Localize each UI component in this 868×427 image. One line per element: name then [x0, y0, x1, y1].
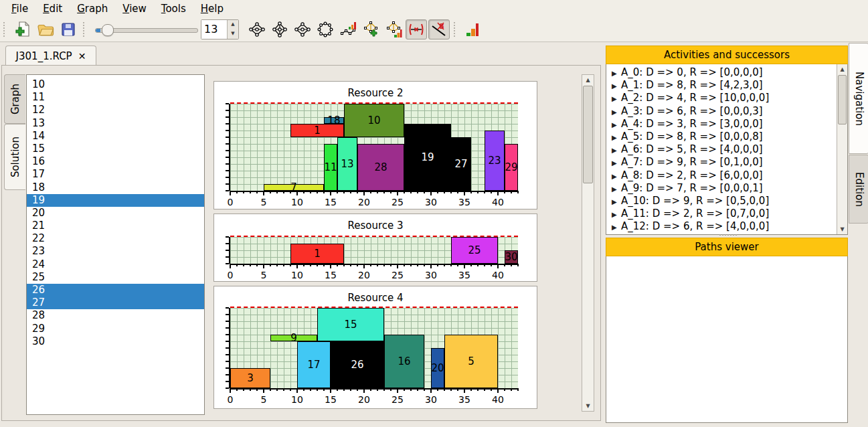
solution-list-item[interactable]: 15: [27, 143, 204, 155]
solution-list-item[interactable]: 12: [27, 104, 204, 116]
activity-block-10[interactable]: 10: [344, 104, 404, 137]
solution-list-item[interactable]: 29: [27, 323, 204, 335]
menu-file[interactable]: File: [4, 1, 35, 16]
spin-up-icon[interactable]: ▲: [228, 20, 238, 29]
solution-list-item[interactable]: 10: [27, 78, 204, 91]
activity-block-15[interactable]: 15: [317, 308, 384, 341]
graph-add-button[interactable]: [360, 19, 381, 39]
solution-list-item[interactable]: 27: [27, 296, 204, 309]
activity-block-27[interactable]: 27: [451, 137, 471, 191]
activity-block-9[interactable]: 9: [270, 335, 317, 341]
activity-row[interactable]: ▶A_7: D => 9, R => [0,1,0,0]: [606, 156, 847, 169]
graph-diamond-button[interactable]: [269, 19, 290, 39]
activity-block-7[interactable]: 7: [264, 184, 324, 191]
menu-tools[interactable]: Tools: [154, 1, 193, 16]
activity-row[interactable]: ▶A_11: D => 2, R => [0,7,0,0]: [606, 207, 847, 220]
activity-block-30[interactable]: 30: [505, 250, 518, 264]
tab-navigation[interactable]: Navigation: [849, 43, 868, 154]
activity-row[interactable]: ▶A_12: D => 6, R => [4,0,0,0]: [606, 220, 847, 233]
activity-block-5[interactable]: 5: [444, 335, 498, 388]
size-spinbox-input[interactable]: [201, 20, 227, 39]
interval-toggle[interactable]: [406, 19, 427, 39]
solution-list-item[interactable]: 25: [27, 271, 204, 284]
toolbar-grip[interactable]: [83, 22, 88, 37]
expander-triangle-icon[interactable]: ▶: [612, 221, 621, 234]
expander-triangle-icon[interactable]: ▶: [612, 170, 621, 183]
solution-list-item[interactable]: 24: [27, 258, 204, 271]
solution-list-item[interactable]: 17: [27, 168, 204, 181]
solution-list-item[interactable]: 16: [27, 155, 204, 168]
tab-edition[interactable]: Edition: [849, 155, 868, 224]
bar-chart-button[interactable]: [462, 19, 484, 39]
open-file-button[interactable]: [35, 19, 56, 39]
graph-bars-button[interactable]: [337, 19, 359, 39]
menu-edit[interactable]: Edit: [35, 1, 70, 16]
scrollbar-thumb[interactable]: [838, 75, 847, 124]
activity-block-20[interactable]: 20: [431, 348, 444, 388]
graph-fan-right-button[interactable]: [246, 19, 268, 39]
activity-row[interactable]: ▶A_0: D => 0, R => [0,0,0,0]: [606, 66, 847, 79]
scroll-up-icon[interactable]: ▲: [582, 75, 594, 85]
activity-block-11[interactable]: 11: [324, 144, 337, 191]
activity-row[interactable]: ▶A_1: D => 8, R => [4,2,3,0]: [606, 79, 847, 92]
activity-row[interactable]: ▶A_3: D => 6, R => [0,0,0,3]: [606, 105, 847, 118]
slider-thumb[interactable]: [102, 24, 114, 36]
close-tab-icon[interactable]: ✕: [78, 52, 86, 61]
expander-triangle-icon[interactable]: ▶: [612, 183, 621, 195]
expander-triangle-icon[interactable]: ▶: [612, 208, 621, 221]
expander-triangle-icon[interactable]: ▶: [612, 67, 621, 80]
tab-solution[interactable]: Solution: [4, 124, 25, 190]
solution-list-item[interactable]: 13: [27, 117, 204, 130]
expander-triangle-icon[interactable]: ▶: [612, 157, 621, 169]
activity-block-16[interactable]: 16: [384, 335, 424, 388]
zoom-slider[interactable]: [95, 21, 197, 38]
toolbar-grip[interactable]: [3, 22, 8, 37]
spin-down-icon[interactable]: ▼: [228, 29, 238, 39]
activity-block-3[interactable]: 3: [230, 368, 270, 388]
activity-block-13[interactable]: 13: [337, 137, 357, 191]
charts-scrollbar[interactable]: ▲ ▼: [582, 74, 594, 412]
tab-graph[interactable]: Graph: [4, 74, 25, 124]
solution-list-item[interactable]: 11: [27, 91, 204, 104]
activity-block-23[interactable]: 23: [485, 131, 505, 191]
activity-row[interactable]: ▶A_9: D => 7, R => [0,0,0,1]: [606, 182, 847, 195]
activity-row[interactable]: ▶A_6: D => 5, R => [4,0,0,0]: [606, 143, 847, 156]
solution-list-item[interactable]: 18: [27, 181, 204, 194]
activity-block-18[interactable]: 18: [324, 117, 344, 124]
activity-block-28[interactable]: 28: [357, 144, 404, 191]
activity-block-17[interactable]: 17: [297, 341, 331, 388]
expander-triangle-icon[interactable]: ▶: [612, 195, 621, 208]
menu-help[interactable]: Help: [193, 1, 231, 16]
activity-block-1[interactable]: 1: [290, 244, 344, 264]
scroll-down-icon[interactable]: ▼: [837, 224, 847, 234]
expander-triangle-icon[interactable]: ▶: [612, 234, 621, 235]
activity-block-29[interactable]: 29: [505, 144, 518, 191]
graph-cycle-button[interactable]: [315, 19, 336, 39]
solution-list-item[interactable]: 21: [27, 220, 204, 232]
activities-scrollbar[interactable]: ▲ ▼: [837, 64, 847, 234]
expander-triangle-icon[interactable]: ▶: [612, 106, 621, 118]
graph-fan-left-button[interactable]: [292, 19, 313, 39]
solution-list-item[interactable]: 26: [27, 284, 204, 296]
menu-graph[interactable]: Graph: [70, 1, 115, 16]
scrollbar-thumb[interactable]: [583, 86, 593, 183]
expander-triangle-icon[interactable]: ▶: [612, 118, 621, 131]
expander-triangle-icon[interactable]: ▶: [612, 92, 621, 105]
activity-row[interactable]: ▶A_8: D => 2, R => [6,0,0,0]: [606, 169, 847, 182]
save-button[interactable]: [58, 19, 79, 39]
scroll-up-icon[interactable]: ▲: [837, 64, 847, 74]
activity-block-26[interactable]: 26: [331, 341, 384, 388]
solution-list-item[interactable]: 28: [27, 309, 204, 322]
expander-triangle-icon[interactable]: ▶: [612, 131, 621, 144]
expander-triangle-icon[interactable]: ▶: [612, 80, 621, 92]
document-tab[interactable]: J301_1.RCP ✕: [5, 46, 96, 66]
activity-row[interactable]: ▶A_2: D => 4, R => [10,0,0,0]: [606, 92, 847, 104]
no-cross-toggle[interactable]: 8: [428, 19, 450, 39]
solution-list-item[interactable]: 30: [27, 335, 204, 348]
solution-list-item[interactable]: 20: [27, 207, 204, 220]
solution-list-item[interactable]: 19: [27, 194, 204, 207]
activity-block-25[interactable]: 25: [451, 237, 498, 264]
solution-list-item[interactable]: 14: [27, 130, 204, 143]
solution-list-item[interactable]: 22: [27, 232, 204, 245]
size-spinbox[interactable]: ▲ ▼: [201, 19, 239, 39]
